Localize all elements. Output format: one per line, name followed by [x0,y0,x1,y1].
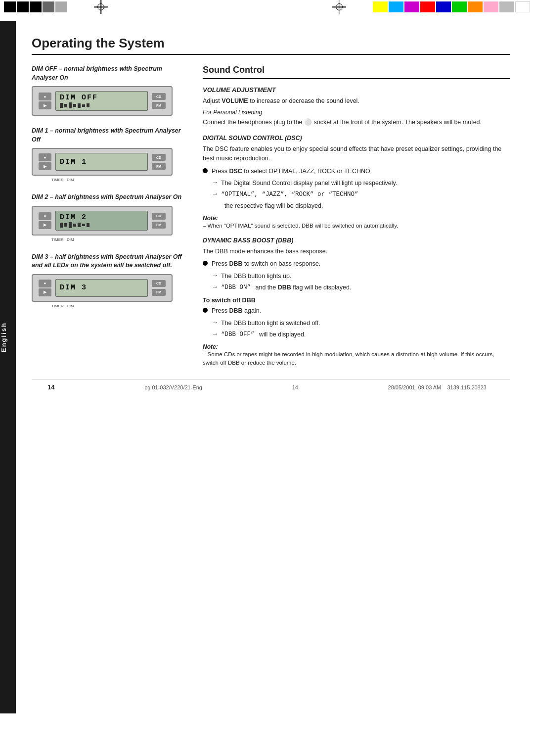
dbb-arrow-4: → “DBB OFF” will be displayed. [203,330,510,339]
icon-box-tape-3: ▶ [39,288,51,296]
panel-small-box-bot: FM [152,102,166,109]
eq-bar-4 [73,104,76,107]
eq-bar-2 [64,104,67,107]
swatch-blue [436,1,451,12]
sound-control-title: Sound Control [203,65,510,79]
dim2-caption: DIM 2 – half brightness with Spectrum An… [32,193,185,202]
page-number: 14 [47,383,54,391]
eq-bar-2-4 [73,224,76,227]
dbb-note-label: Note: [203,343,510,350]
panel-left-icons: ● ▶ [39,93,51,109]
dim-label-2: DIM [67,237,74,242]
dbb-heading: DYNAMIC BASS BOOST (DBB) [203,237,510,244]
icon-box-tape: ▶ [39,101,51,109]
panel-display-2: DIM 2 [55,211,148,231]
volume-heading: VOLUME ADJUSTMENT [203,86,510,94]
dbb-arrow-2: → “DBB ON” and the DBB flag will be disp… [203,283,510,292]
dsc-arrow-text-2: “OPTIMAL”, “JAZZ”, “ROCK” or “TECHNO” [221,190,358,199]
timer-label-2: TIMER [51,237,64,242]
eq-bar-1 [60,103,63,108]
arrow-sym-1: → [212,179,218,186]
dim1-section: DIM 1 – normal brightness with Spectrum … [32,127,185,182]
swatch-green [452,1,467,12]
panel-right-3: CD FM [152,280,166,296]
eq-bar-2-6 [82,224,85,226]
dbb-arrow-text-2b: and the DBB flag will be displayed. [254,283,351,292]
dbb-bullet-text-1: Press DBB to switch on bass response. [212,259,320,269]
dim-off-caption: DIM OFF – normal brightness with Spectru… [32,65,185,82]
dsc-note-label: Note: [203,215,510,222]
page-content: English Operating the System DIM OFF – n… [0,21,534,713]
dsc-arrow-2: → “OPTIMAL”, “JAZZ”, “ROCK” or “TECHNO” [203,190,510,199]
dbb-section: DYNAMIC BASS BOOST (DBB) The DBB mode en… [203,237,510,367]
dbb-arrow-3: → The DBB button light is switched off. [203,319,510,328]
volume-body: Adjust VOLUME to increase or decrease th… [203,96,510,106]
panel-small-box-top: CD [152,93,166,100]
panel-display-off: DIM OFF [55,91,148,111]
panel-small-box-top-2: CD [152,213,166,220]
eq-bar-6 [82,104,85,107]
display-text-2: DIM 2 [60,213,89,222]
arrow-sym-dbb-4: → [212,330,218,337]
swatch-gray [499,1,514,12]
panel-display-lines-3: DIM 3 [60,284,87,292]
icon-box-tape-1: ▶ [39,162,51,170]
dim-label-3: DIM [67,304,74,308]
dbb-bullet-text-2: Press DBB again. [212,306,261,316]
panel-display-lines-1: DIM 1 [60,158,87,166]
dbb-arrow-text-1: The DBB button lights up. [221,272,291,281]
panel-left-icons-1: ● ▶ [39,153,51,170]
icon-box-tape-2: ▶ [39,221,51,229]
swatch-yellow [373,1,388,12]
switch-off-heading: To switch off DBB [203,297,510,304]
panel-right-1: CD FM [152,154,166,170]
eq-bar-5 [78,103,81,108]
panel-small-box-top-1: CD [152,154,166,161]
dbb-arrow-text-3: The DBB button light is switched off. [221,319,320,328]
dim2-section: DIM 2 – half brightness with Spectrum An… [32,193,185,242]
sq2 [17,1,29,12]
personal-listening-label: For Personal Listening [203,109,510,116]
panel-right-off: CD FM [152,93,166,109]
dsc-arrow-2-cont-text: the respective flag will be displayed. [224,202,323,209]
swatch-red [420,1,435,12]
dim2-panel: ● ▶ DIM 2 [32,206,173,236]
crosshair-icon-right [332,0,346,14]
eq-bar-2-5 [78,223,81,227]
sq4 [43,1,54,12]
dbb-arrow-text-4b: will be displayed. [258,330,306,339]
footer-left-text: pg 01-032/V220/21-Eng [144,384,202,390]
dsc-heading: DIGITAL SOUND CONTROL (DSC) [203,135,510,142]
arrow-sym-2: → [212,190,218,197]
panel-display-1: DIM 1 [55,153,148,171]
dim3-caption: DIM 3 – half brightness with Spectrum An… [32,253,185,270]
icon-box-disc-2: ● [39,212,51,220]
volume-section: VOLUME ADJUSTMENT Adjust VOLUME to incre… [203,86,510,128]
eq-bar-2-1 [60,223,63,228]
icon-box-disc-3: ● [39,280,51,287]
sq5 [55,1,67,12]
bullet-dot-dbb-2 [203,308,208,313]
sidebar: English [0,21,16,713]
dim1-caption: DIM 1 – normal brightness with Spectrum … [32,127,185,144]
swatch-magenta [404,1,419,12]
main-area: Operating the System DIM OFF – normal br… [16,21,534,713]
panel-display-3: DIM 3 [55,279,148,297]
dim1-panel: ● ▶ DIM 1 CD FM [32,148,173,176]
panel-display-lines: DIM OFF [60,94,98,108]
dsc-arrow-text-1: The Digital Sound Control display panel … [221,179,397,188]
panel-right-2: CD FM [152,213,166,229]
panel-display-lines-2: DIM 2 [60,213,89,228]
left-column: DIM OFF – normal brightness with Spectru… [32,65,185,369]
display-eq-bars [60,102,98,108]
footer-center-text: 14 [292,384,298,390]
sidebar-label: English [0,323,7,353]
display-text-1: DIM 1 [60,158,87,166]
display-eq-bars-2 [60,222,89,228]
panel-small-box-top-3: CD [152,280,166,287]
dbb-note-text: – Some CDs or tapes might be recorded in… [203,350,510,368]
bottom-labels-3: TIMER DIM [32,304,185,308]
display-text-off: DIM OFF [60,94,98,102]
color-swatches [369,0,534,14]
arrow-sym-dbb-3: → [212,319,218,326]
